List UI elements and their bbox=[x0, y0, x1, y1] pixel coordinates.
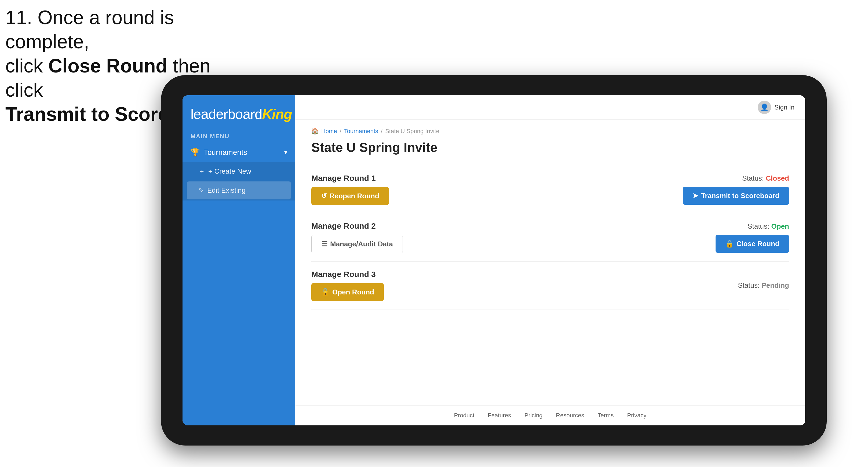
breadcrumb-home-icon: 🏠 bbox=[311, 128, 318, 135]
sidebar-item-create-new[interactable]: ＋ + Create New bbox=[183, 162, 295, 180]
tournaments-submenu: ＋ + Create New ✎ Edit Existing bbox=[183, 162, 295, 200]
app-layout: leaderboardKing MAIN MENU 🏆 Tournaments … bbox=[183, 95, 805, 426]
audit-icon: ☰ bbox=[321, 240, 328, 248]
round-1-left: Manage Round 1 ↺ Reopen Round bbox=[311, 174, 389, 205]
breadcrumb-sep1: / bbox=[340, 128, 341, 135]
chevron-down-icon: ▾ bbox=[284, 149, 287, 156]
footer-privacy[interactable]: Privacy bbox=[627, 412, 646, 419]
sidebar-logo: leaderboardKing bbox=[183, 95, 295, 130]
main-menu-label: MAIN MENU bbox=[183, 130, 295, 143]
tablet-frame: leaderboardKing MAIN MENU 🏆 Tournaments … bbox=[161, 75, 827, 445]
sidebar: leaderboardKing MAIN MENU 🏆 Tournaments … bbox=[183, 95, 295, 426]
user-avatar: 👤 bbox=[758, 101, 771, 114]
lock-icon: 🔒 bbox=[725, 240, 734, 248]
round-3-section: Manage Round 3 🔓 Open Round Status: Pend… bbox=[311, 262, 789, 309]
breadcrumb-home[interactable]: Home bbox=[321, 128, 337, 135]
trophy-icon: 🏆 bbox=[191, 148, 200, 157]
plus-icon: ＋ bbox=[198, 167, 205, 176]
instruction-line1: 11. Once a round is complete, bbox=[5, 5, 247, 54]
footer-features[interactable]: Features bbox=[488, 412, 511, 419]
edit-icon: ✎ bbox=[198, 187, 204, 194]
close-round-button[interactable]: 🔒 Close Round bbox=[716, 235, 789, 253]
round-3-right: Status: Pending bbox=[738, 281, 789, 289]
footer-terms[interactable]: Terms bbox=[598, 412, 614, 419]
open-round-button[interactable]: 🔓 Open Round bbox=[311, 283, 384, 301]
round-2-left: Manage Round 2 ☰ Manage/Audit Data bbox=[311, 221, 403, 253]
round-2-right: Status: Open 🔒 Close Round bbox=[716, 222, 789, 253]
round-2-section: Manage Round 2 ☰ Manage/Audit Data Statu… bbox=[311, 213, 789, 262]
tablet-screen: leaderboardKing MAIN MENU 🏆 Tournaments … bbox=[183, 95, 805, 426]
footer-pricing[interactable]: Pricing bbox=[524, 412, 542, 419]
footer-resources[interactable]: Resources bbox=[556, 412, 584, 419]
reopen-round-button[interactable]: ↺ Reopen Round bbox=[311, 187, 389, 205]
round-2-status-value: Open bbox=[771, 222, 789, 230]
logo-text: leaderboardKing bbox=[191, 106, 287, 122]
footer-product[interactable]: Product bbox=[454, 412, 474, 419]
breadcrumb-tournaments[interactable]: Tournaments bbox=[344, 128, 378, 135]
round-1-status: Status: Closed bbox=[742, 174, 789, 183]
app-footer: Product Features Pricing Resources Terms… bbox=[295, 405, 805, 426]
manage-audit-button[interactable]: ☰ Manage/Audit Data bbox=[311, 235, 403, 253]
round-1-section: Manage Round 1 ↺ Reopen Round Status: Cl… bbox=[311, 165, 789, 213]
round-3-status-value: Pending bbox=[762, 281, 789, 289]
transmit-to-scoreboard-button[interactable]: ➤ Transmit to Scoreboard bbox=[683, 187, 789, 205]
tournaments-label: Tournaments bbox=[204, 148, 247, 157]
round-3-status: Status: Pending bbox=[738, 281, 789, 289]
content-area: 🏠 Home / Tournaments / State U Spring In… bbox=[295, 120, 805, 405]
sign-in-area[interactable]: 👤 Sign In bbox=[758, 101, 795, 114]
top-bar: 👤 Sign In bbox=[295, 95, 805, 120]
breadcrumb-current: State U Spring Invite bbox=[385, 128, 439, 135]
round-2-status: Status: Open bbox=[747, 222, 789, 230]
reopen-icon: ↺ bbox=[321, 192, 327, 200]
round-1-status-value: Closed bbox=[766, 174, 789, 182]
round-2-title: Manage Round 2 bbox=[311, 221, 403, 230]
breadcrumb-sep2: / bbox=[381, 128, 382, 135]
round-1-title: Manage Round 1 bbox=[311, 174, 389, 183]
breadcrumb: 🏠 Home / Tournaments / State U Spring In… bbox=[311, 128, 789, 135]
transmit-icon: ➤ bbox=[692, 192, 699, 200]
round-3-left: Manage Round 3 🔓 Open Round bbox=[311, 270, 384, 301]
open-icon: 🔓 bbox=[321, 288, 330, 296]
sign-in-label: Sign In bbox=[774, 103, 795, 111]
sidebar-item-tournaments[interactable]: 🏆 Tournaments ▾ bbox=[183, 143, 295, 162]
sidebar-item-edit-existing[interactable]: ✎ Edit Existing bbox=[187, 181, 291, 199]
main-content: 👤 Sign In 🏠 Home / Tournaments / State U… bbox=[295, 95, 805, 426]
round-3-title: Manage Round 3 bbox=[311, 270, 384, 279]
round-1-right: Status: Closed ➤ Transmit to Scoreboard bbox=[683, 174, 789, 205]
page-title: State U Spring Invite bbox=[311, 140, 789, 155]
